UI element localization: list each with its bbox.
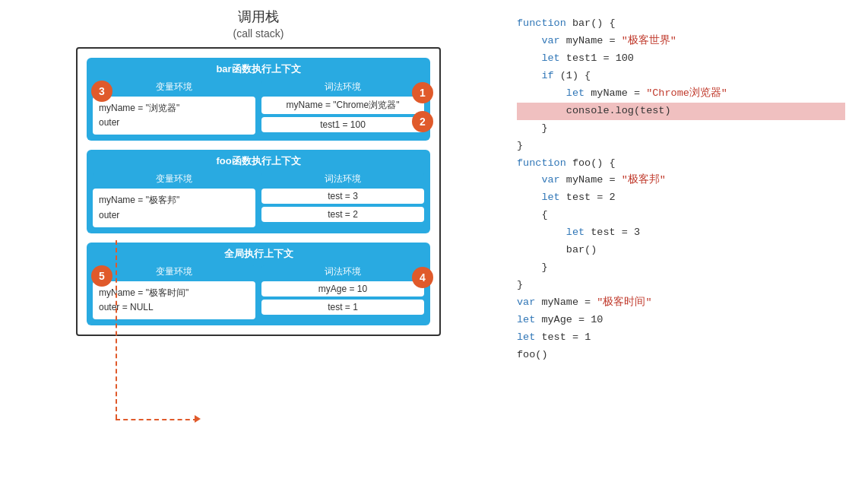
global-lex-content: myAge = 10 test = 1 — [261, 281, 424, 315]
dashed-horizontal-line — [116, 419, 198, 420]
code-line-9: function foo() { — [517, 155, 845, 173]
code-line-8: } — [517, 138, 845, 155]
code-line-15: } — [517, 259, 845, 277]
badge-1: 1 — [412, 82, 433, 103]
bar-lexical-env: 词法环境 myName = "Chrome浏览器" test1 = 100 1 … — [261, 81, 424, 135]
foo-lex-content: test = 3 test = 2 — [261, 189, 424, 222]
foo-var-line1: myName = "极客邦" — [99, 193, 249, 208]
left-panel: 调用栈 (call stack) 3 bar函数执行上下文 变量环境 myNam… — [15, 8, 502, 336]
callstack-container: 3 bar函数执行上下文 变量环境 myName = "浏览器" outer 词… — [76, 47, 441, 336]
dashed-vertical-line — [116, 240, 117, 419]
code-line-4: if (1) { — [517, 68, 845, 85]
global-var-line1: myName = "极客时间" — [99, 286, 249, 300]
bar-variable-env: 变量环境 myName = "浏览器" outer — [93, 81, 255, 135]
highlighted-code-line: console.log(test) — [517, 103, 845, 120]
code-line-19: let test = 1 — [517, 329, 845, 347]
badge-5: 5 — [91, 265, 112, 287]
bar-context-title: bar函数执行上下文 — [93, 62, 424, 76]
foo-context-title: foo函数执行上下文 — [93, 154, 424, 168]
badge-4: 4 — [412, 267, 433, 288]
global-lexical-env: 词法环境 myAge = 10 test = 1 4 — [261, 265, 424, 319]
foo-lex-item2: test = 2 — [261, 207, 424, 222]
foo-lex-item1: test = 3 — [261, 189, 424, 204]
bar-var-label: 变量环境 — [93, 81, 255, 94]
code-line-5: let myName = "Chrome浏览器" — [517, 85, 845, 103]
bar-lex-item2: test1 = 100 — [261, 117, 424, 132]
global-variable-env: 变量环境 myName = "极客时间" outer = NULL — [93, 265, 255, 319]
foo-var-content: myName = "极客邦" outer — [93, 189, 255, 227]
code-line-10: var myName = "极客邦" — [517, 172, 845, 189]
badge-2: 2 — [412, 111, 433, 132]
code-line-20: foo() — [517, 347, 845, 364]
global-lex-label: 词法环境 — [261, 265, 424, 278]
global-var-label: 变量环境 — [93, 265, 255, 278]
code-line-7: } — [517, 120, 845, 138]
foo-var-label: 变量环境 — [93, 173, 255, 186]
foo-var-line2: outer — [99, 208, 249, 223]
foo-variable-env: 变量环境 myName = "极客邦" outer — [93, 173, 255, 227]
global-lex-item2: test = 1 — [261, 300, 424, 315]
global-lex-item1: myAge = 10 — [261, 281, 424, 296]
code-panel: function bar() { var myName = "极客世界" let… — [502, 8, 853, 372]
global-var-line2: outer = NULL — [99, 300, 249, 315]
badge-3: 3 — [91, 81, 112, 102]
code-line-18: let myAge = 10 — [517, 312, 845, 329]
bar-context: 3 bar函数执行上下文 变量环境 myName = "浏览器" outer 词… — [87, 58, 430, 141]
code-line-3: let test1 = 100 — [517, 50, 845, 68]
bar-lex-label: 词法环境 — [261, 81, 424, 94]
code-line-12: { — [517, 207, 845, 224]
code-line-16: } — [517, 277, 845, 294]
global-var-content: myName = "极客时间" outer = NULL — [93, 281, 255, 319]
code-line-17: var myName = "极客时间" — [517, 294, 845, 312]
code-line-11: let test = 2 — [517, 189, 845, 207]
foo-lex-label: 词法环境 — [261, 173, 424, 186]
title-en: (call stack) — [233, 27, 284, 40]
bar-var-line2: outer — [99, 116, 249, 130]
bar-var-content: myName = "浏览器" outer — [93, 97, 255, 135]
global-context-title: 全局执行上下文 — [93, 247, 424, 261]
bar-lex-item1: myName = "Chrome浏览器" — [261, 97, 424, 114]
title-cn: 调用栈 — [238, 8, 279, 26]
foo-lexical-env: 词法环境 test = 3 test = 2 — [261, 173, 424, 227]
code-line-14: bar() — [517, 242, 845, 259]
bar-var-line1: myName = "浏览器" — [99, 101, 249, 116]
code-line-1: function bar() { — [517, 15, 845, 33]
bar-lex-content: myName = "Chrome浏览器" test1 = 100 — [261, 97, 424, 132]
code-line-2: var myName = "极客世界" — [517, 33, 845, 50]
code-line-6: console.log(test) — [517, 103, 845, 120]
arrow-right-icon — [195, 415, 201, 423]
code-line-13: let test = 3 — [517, 224, 845, 242]
global-context: 5 全局执行上下文 变量环境 myName = "极客时间" outer = N… — [87, 243, 430, 325]
foo-context: foo函数执行上下文 变量环境 myName = "极客邦" outer 词法环… — [87, 150, 430, 233]
